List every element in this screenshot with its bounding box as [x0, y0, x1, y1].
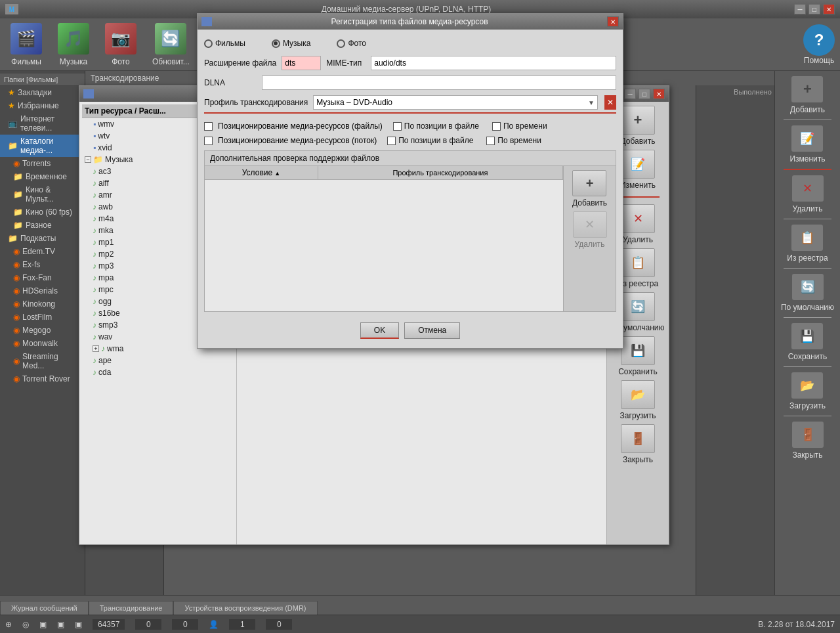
bg-add-label: Добавить: [620, 137, 655, 146]
sidebar-item-exfs[interactable]: ◉ Ex-fs: [0, 258, 85, 271]
trans-delete-button[interactable]: ✕ Удалить: [573, 211, 607, 249]
bg-delete-button[interactable]: ✕ Удалить: [621, 204, 655, 244]
add-label: Добавить: [790, 105, 825, 114]
bg-registry-button[interactable]: 📋 Из реестра: [618, 248, 658, 288]
bg-load-button[interactable]: 📂 Загрузить: [620, 380, 656, 420]
registry-label: Из реестра: [787, 253, 828, 263]
folder-icon-music: 📁: [93, 155, 103, 164]
status-count4: 1: [229, 619, 255, 630]
profile-dropdown[interactable]: Музыка – DVD-Audio ▼: [313, 95, 598, 110]
sidebar-item-kino[interactable]: 📁 Кино & Мульт...: [0, 183, 85, 206]
sidebar-item-catalogs[interactable]: 📁 Каталоги медиа-...: [0, 135, 85, 157]
minimize-button[interactable]: ─: [794, 4, 806, 14]
save-button[interactable]: 💾 Сохранить: [788, 323, 828, 361]
registry-button[interactable]: 📋 Из реестра: [787, 225, 828, 263]
sidebar-item-inet[interactable]: 📺 Интернет телеви...: [0, 112, 85, 135]
expand-wma[interactable]: +: [93, 345, 99, 352]
bg-registry-label: Из реестра: [618, 279, 658, 288]
load-button[interactable]: 📂 Загрузить: [789, 372, 826, 410]
transcoding-title: Дополнительная проверка поддержки файлов: [205, 151, 616, 166]
sidebar-item-moonwalk[interactable]: ◉ Moonwalk: [0, 337, 85, 350]
photo-icon: 📷: [105, 23, 136, 55]
default-button[interactable]: 🔄 По умолчанию: [781, 274, 834, 312]
bg-edit-button[interactable]: 📝 Изменить: [620, 150, 656, 190]
sidebar-item-torrents[interactable]: ◉ Torrents: [0, 157, 85, 170]
extension-input[interactable]: [282, 56, 321, 70]
mime-input[interactable]: [371, 56, 616, 70]
bg-minimize[interactable]: ─: [624, 89, 636, 99]
rss-icon-streaming: ◉: [13, 357, 20, 366]
sidebar-item-zakl[interactable]: ★ Закладки: [0, 86, 85, 99]
cb-pos-stream[interactable]: [387, 137, 396, 145]
tab-journal[interactable]: Журнал сообщений: [0, 601, 89, 615]
music-icon-mka: ♪: [93, 226, 96, 235]
sidebar-item-podkasty[interactable]: 📁 Подкасты: [0, 232, 85, 245]
tree-item-cda[interactable]: ♪ cda: [82, 366, 234, 378]
tree-item-ape[interactable]: ♪ ape: [82, 355, 234, 366]
radio-films[interactable]: Фильмы: [204, 39, 245, 48]
sidebar-item-razn[interactable]: 📁 Разное: [0, 219, 85, 232]
sidebar-item-lostfilm[interactable]: ◉ LostFilm: [0, 311, 85, 324]
rss-icon-kinokong: ◉: [13, 299, 20, 309]
sidebar: Папки [Фильмы] ★ Закладки ★ Избранные 📺 …: [0, 71, 85, 595]
bg-restore[interactable]: □: [639, 89, 650, 99]
sidebar-item-fav[interactable]: ★ Избранные: [0, 99, 85, 112]
checkbox-pos-stream: По позиции в файле: [387, 136, 473, 145]
bg-save-label: Сохранить: [618, 367, 658, 376]
cancel-button[interactable]: Отмена: [404, 322, 460, 339]
close-btn-right[interactable]: 🚪 Закрыть: [792, 422, 824, 460]
cb-time1[interactable]: [492, 122, 501, 131]
restore-button[interactable]: □: [808, 4, 820, 14]
bg-close-label: Закрыть: [623, 455, 653, 464]
sidebar-item-temp[interactable]: 📁 Временное: [0, 170, 85, 183]
radio-music[interactable]: Музыка: [272, 39, 310, 48]
cb-time1-label: По времени: [503, 121, 547, 131]
edit-button[interactable]: 📝 Изменить: [789, 125, 825, 164]
sort-icon: ▲: [274, 170, 280, 177]
bg-add-button[interactable]: + Добавить: [620, 106, 655, 146]
bg-close-button[interactable]: 🚪 Закрыть: [621, 424, 655, 464]
checkbox-stream[interactable]: [204, 137, 213, 145]
toolbar-help[interactable]: ? Помощь: [803, 24, 835, 65]
sidebar-item-torrentrov[interactable]: ◉ Torrent Rover: [0, 372, 85, 385]
tab-devices[interactable]: Устройства воспроизведения (DMR): [173, 601, 317, 615]
toolbar-music[interactable]: 🎵 Музыка: [52, 20, 94, 69]
ok-button[interactable]: OK: [360, 322, 399, 339]
sidebar-item-hdserials[interactable]: ◉ HDSerials: [0, 284, 85, 297]
sidebar-item-foxfan[interactable]: ◉ Fox-Fan: [0, 271, 85, 284]
trans-add-button[interactable]: + Добавить: [572, 170, 607, 207]
add-button[interactable]: + Добавить: [790, 76, 825, 114]
toolbar-photo[interactable]: 📷 Фото: [100, 20, 142, 69]
radio-photo[interactable]: Фото: [337, 39, 366, 48]
registry-icon: 📋: [791, 225, 823, 251]
transcoding-table: Условие ▲ Профиль транскодирования: [205, 166, 563, 311]
toolbar-refresh[interactable]: 🔄 Обновит...: [147, 20, 195, 69]
sidebar-item-edemtv[interactable]: ◉ Edem.TV: [0, 245, 85, 258]
main-dialog-close[interactable]: ✕: [607, 16, 619, 27]
tab-transcoding[interactable]: Транскодирование: [89, 601, 174, 615]
sidebar-item-kinokong[interactable]: ◉ Kinokong: [0, 297, 85, 311]
sidebar-item-megogo[interactable]: ◉ Megogo: [0, 324, 85, 337]
rss-icon-torrentrov: ◉: [13, 374, 20, 383]
close-button[interactable]: ✕: [823, 4, 835, 14]
expand-music[interactable]: −: [85, 156, 91, 163]
status-count1: 64357: [93, 619, 125, 630]
profile-clear-button[interactable]: ✕: [604, 95, 616, 110]
transcoding-body: Условие ▲ Профиль транскодирования: [205, 166, 616, 311]
trans-empty: [205, 180, 563, 311]
sidebar-item-kino60[interactable]: 📁 Кино (60 fps): [0, 206, 85, 219]
bg-save-button[interactable]: 💾 Сохранить: [618, 336, 658, 376]
bg-close[interactable]: ✕: [653, 89, 665, 99]
trans-col-condition: Условие ▲: [205, 166, 318, 180]
music-icon-awb: ♪: [93, 202, 96, 211]
delete-button[interactable]: ✕ Удалить: [792, 175, 824, 213]
status-icon5: ▣: [75, 620, 82, 629]
toolbar-films[interactable]: 🎬 Фильмы: [5, 20, 47, 69]
dlna-input[interactable]: [262, 76, 616, 90]
sidebar-item-streaming[interactable]: ◉ Streaming Med...: [0, 350, 85, 372]
cb-pos-file1[interactable]: [393, 122, 402, 131]
folder-icon-podkasty: 📁: [8, 234, 18, 243]
cb-pos-file1-label: По позиции в файле: [404, 121, 479, 131]
checkbox-files[interactable]: [204, 122, 213, 131]
cb-time2[interactable]: [486, 137, 495, 145]
